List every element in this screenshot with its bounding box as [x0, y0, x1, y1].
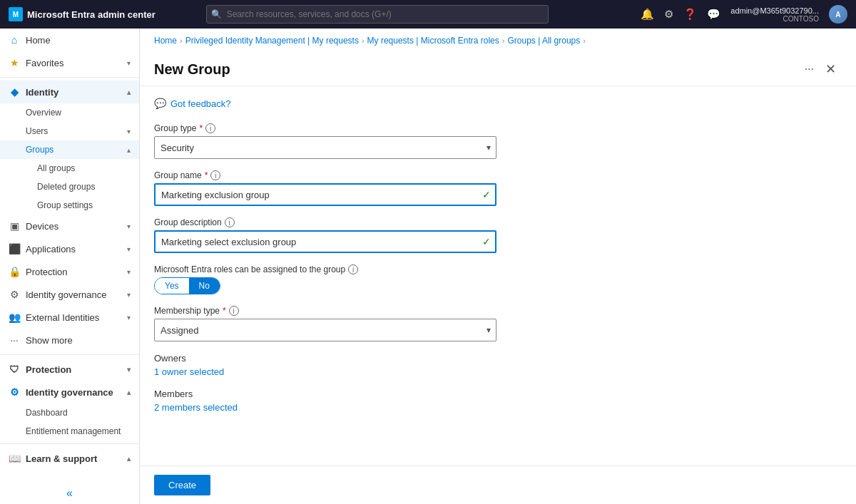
- membership-type-field: Membership type * i Assigned Dynamic Use…: [154, 306, 842, 341]
- panel-title: New Group: [154, 61, 799, 78]
- sidebar-collapse-button[interactable]: «: [0, 483, 139, 504]
- sidebar-label-users: Users: [26, 126, 48, 136]
- settings-icon[interactable]: ⚙: [664, 8, 673, 21]
- sidebar-item-identity[interactable]: ◆ Identity ▴: [0, 81, 139, 103]
- sidebar-item-entitlement-management[interactable]: Entitlement management: [0, 422, 139, 441]
- group-name-input[interactable]: [154, 183, 496, 206]
- sidebar-item-applications[interactable]: ⬛ Applications ▾: [0, 237, 139, 260]
- chevron-up-icon: ▴: [127, 389, 131, 396]
- sidebar-label-overview: Overview: [26, 108, 61, 118]
- app-title: Microsoft Entra admin center: [27, 9, 156, 20]
- user-info: admin@M365t9032790... CONTOSO: [730, 6, 819, 23]
- governance-icon: ⚙: [9, 289, 20, 300]
- sidebar-label-all-groups: All groups: [37, 163, 75, 173]
- members-link[interactable]: 2 members selected: [154, 402, 238, 413]
- owners-link[interactable]: 1 owner selected: [154, 366, 224, 377]
- sidebar-label-identity: Identity: [26, 87, 121, 98]
- sidebar-item-deleted-groups[interactable]: Deleted groups: [0, 178, 139, 196]
- main-layout: ⌂ Home ★ Favorites ▾ ◆ Identity ▴ Overvi…: [0, 29, 856, 504]
- group-description-input[interactable]: [154, 230, 496, 253]
- toggle-no-button[interactable]: No: [189, 278, 220, 294]
- breadcrumb-sep-3: ›: [502, 36, 505, 45]
- sidebar-item-overview[interactable]: Overview: [0, 103, 139, 122]
- governance2-icon: ⚙: [9, 386, 20, 398]
- breadcrumb-pim[interactable]: Privileged Identity Management | My requ…: [185, 36, 359, 46]
- members-field: Members 2 members selected: [154, 389, 842, 413]
- feedback-link[interactable]: Got feedback?: [170, 98, 231, 109]
- group-type-field: Group type * i Security Microsoft 365 ▾: [154, 123, 842, 159]
- content-area: Home › Privileged Identity Management | …: [140, 29, 856, 504]
- sidebar-item-identity-governance2[interactable]: ⚙ Identity governance ▴: [0, 381, 139, 403]
- group-desc-info-icon[interactable]: i: [225, 217, 235, 227]
- sidebar-label-identity-governance: Identity governance: [26, 289, 121, 300]
- entra-roles-toggle: Yes No: [154, 277, 220, 294]
- divider-3: [0, 443, 139, 444]
- feedback-icon[interactable]: 💬: [707, 8, 720, 21]
- sidebar-item-groups[interactable]: Groups ▴: [0, 140, 139, 159]
- help-icon[interactable]: ❓: [683, 8, 697, 21]
- protection-icon: 🔒: [9, 266, 20, 277]
- sidebar-item-identity-governance[interactable]: ⚙ Identity governance ▾: [0, 283, 139, 306]
- create-button[interactable]: Create: [154, 475, 210, 495]
- sidebar-label-home: Home: [26, 35, 131, 46]
- sidebar-item-home[interactable]: ⌂ Home: [0, 29, 139, 51]
- home-icon: ⌂: [9, 34, 20, 46]
- sidebar-item-show-more[interactable]: ··· Show more: [0, 329, 139, 351]
- divider-2: [0, 354, 139, 355]
- breadcrumb-groups[interactable]: Groups | All groups: [507, 36, 580, 46]
- sidebar: ⌂ Home ★ Favorites ▾ ◆ Identity ▴ Overvi…: [0, 29, 140, 504]
- sidebar-label-protection2: Protection: [26, 364, 121, 375]
- group-type-info-icon[interactable]: i: [205, 123, 215, 133]
- required-marker: *: [205, 170, 208, 180]
- entra-roles-label: Microsoft Entra roles can be assigned to…: [154, 264, 842, 274]
- bottom-bar: Create: [140, 466, 856, 504]
- chevron-up-icon: ▴: [127, 455, 131, 463]
- sidebar-item-protection2[interactable]: 🛡 Protection ▾: [0, 358, 139, 381]
- sidebar-item-protection[interactable]: 🔒 Protection ▾: [0, 260, 139, 283]
- breadcrumb-sep-2: ›: [362, 36, 365, 45]
- devices-icon: ▣: [9, 220, 20, 232]
- breadcrumb-sep-1: ›: [180, 36, 183, 45]
- breadcrumb-home[interactable]: Home: [154, 36, 177, 46]
- panel-menu-button[interactable]: ···: [799, 60, 820, 78]
- sidebar-label-deleted-groups: Deleted groups: [37, 182, 95, 192]
- breadcrumb-sep-4: ›: [583, 36, 586, 45]
- breadcrumb-my-requests[interactable]: My requests | Microsoft Entra roles: [367, 36, 499, 46]
- logo-icon: M: [9, 7, 23, 21]
- sidebar-item-dashboard[interactable]: Dashboard: [0, 403, 139, 422]
- sidebar-label-show-more: Show more: [26, 335, 131, 346]
- membership-type-select[interactable]: Assigned Dynamic User Dynamic Device: [154, 319, 496, 341]
- group-name-label: Group name * i: [154, 170, 842, 180]
- group-type-select[interactable]: Security Microsoft 365: [154, 136, 496, 159]
- applications-icon: ⬛: [9, 243, 20, 254]
- group-name-info-icon[interactable]: i: [210, 170, 220, 180]
- toggle-yes-button[interactable]: Yes: [155, 278, 189, 294]
- entra-roles-field: Microsoft Entra roles can be assigned to…: [154, 264, 842, 294]
- sidebar-item-users[interactable]: Users ▾: [0, 122, 139, 140]
- chevron-down-icon: ▾: [127, 314, 131, 322]
- group-type-label: Group type * i: [154, 123, 842, 133]
- sidebar-item-learn-support[interactable]: 📖 Learn & support ▴: [0, 447, 139, 470]
- notifications-icon[interactable]: 🔔: [641, 8, 654, 21]
- sidebar-item-external-identities[interactable]: 👥 External Identities ▾: [0, 306, 139, 329]
- sidebar-item-group-settings[interactable]: Group settings: [0, 196, 139, 215]
- breadcrumb: Home › Privileged Identity Management | …: [140, 29, 856, 50]
- entra-roles-info-icon[interactable]: i: [348, 264, 358, 274]
- members-label: Members: [154, 389, 842, 399]
- avatar[interactable]: A: [829, 5, 847, 24]
- collapse-icon: «: [66, 487, 73, 500]
- sidebar-item-favorites[interactable]: ★ Favorites ▾: [0, 51, 139, 74]
- sidebar-item-devices[interactable]: ▣ Devices ▾: [0, 215, 139, 237]
- panel-close-button[interactable]: ✕: [820, 58, 842, 80]
- membership-type-select-wrapper: Assigned Dynamic User Dynamic Device ▾: [154, 319, 496, 341]
- sidebar-item-all-groups[interactable]: All groups: [0, 159, 139, 178]
- membership-type-info-icon[interactable]: i: [229, 306, 239, 316]
- app-logo: M Microsoft Entra admin center: [9, 7, 156, 21]
- shield-icon: 🛡: [9, 364, 20, 375]
- chevron-down-icon: ▾: [127, 128, 131, 135]
- group-type-select-wrapper: Security Microsoft 365 ▾: [154, 136, 496, 159]
- search-input[interactable]: [206, 5, 549, 24]
- chevron-down-icon: ▾: [127, 222, 131, 230]
- owners-field: Owners 1 owner selected: [154, 353, 842, 377]
- identity-icon: ◆: [9, 86, 20, 98]
